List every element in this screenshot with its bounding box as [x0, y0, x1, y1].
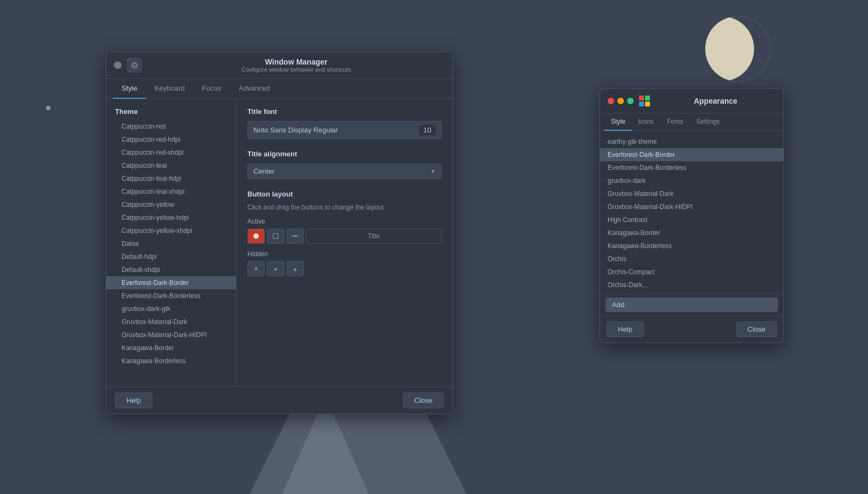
- appearance-icon-area: [638, 94, 651, 107]
- theme-item-gruvbox-material-dark[interactable]: Gruvbox-Material-Dark: [106, 315, 236, 328]
- wm-titlebar: ⚙ Window Manager Configure window behavi…: [106, 52, 452, 79]
- appearance-footer: Help Close: [600, 315, 783, 343]
- hidden-btn-3[interactable]: ▲: [286, 261, 304, 276]
- theme-item-catppuccin-red-xhdpi[interactable]: Catppuccin-red-xhdpi: [106, 146, 236, 159]
- title-font-label: Title font: [247, 107, 442, 116]
- wm-icon-area: ⚙: [127, 58, 142, 73]
- appearance-theme-list: earthy-gtk-theme Everforest-Dark-Border …: [600, 131, 783, 294]
- wm-dialog: ⚙ Window Manager Configure window behavi…: [106, 52, 453, 414]
- appearance-close-button[interactable]: Close: [736, 321, 777, 337]
- color-blue: [639, 102, 644, 106]
- close-icon: [253, 233, 259, 239]
- theme-item-everforest-dark-borderless[interactable]: Everforest-Dark-Borderless: [106, 289, 236, 302]
- tl-minimize-btn[interactable]: [617, 98, 624, 104]
- traffic-lights: [608, 98, 634, 104]
- active-minimize-button[interactable]: [286, 229, 304, 244]
- button-layout-section: Button layout Click and drag the buttons…: [247, 190, 442, 276]
- circle-icon: ●: [274, 266, 277, 272]
- minimize-icon: [292, 236, 298, 237]
- button-layout-desc: Click and drag the buttons to change the…: [247, 204, 442, 211]
- tab-style[interactable]: Style: [113, 79, 146, 99]
- title-label: Title: [368, 232, 380, 240]
- app-tab-fonts[interactable]: Fonts: [660, 113, 690, 131]
- theme-item-gruvbox-dark-gtk[interactable]: gruvbox-dark-gtk: [106, 302, 236, 315]
- color-yellow: [645, 102, 650, 106]
- theme-item-catppuccin-red-hdpi[interactable]: Catppuccin-red-hdpi: [106, 133, 236, 146]
- theme-panel-title: Theme: [106, 105, 236, 120]
- color-green: [645, 96, 650, 100]
- tab-advanced[interactable]: Advanced: [230, 79, 279, 99]
- active-maximize-button[interactable]: [267, 229, 284, 244]
- app-theme-everforest-border[interactable]: Everforest-Dark-Border: [600, 148, 783, 161]
- button-layout-label: Button layout: [247, 190, 442, 198]
- arrow-up-icon: ▲: [292, 266, 298, 272]
- wm-footer: Help Close: [106, 387, 452, 414]
- appearance-dialog: Appearance Style Icons Fonts Settings ea…: [599, 88, 784, 343]
- wm-help-button[interactable]: Help: [115, 392, 152, 408]
- wm-tabs: Style Keyboard Focus Advanced: [106, 79, 452, 99]
- theme-item-default-hdpi[interactable]: Default-hdpi: [106, 250, 236, 263]
- theme-item-catppuccin-teal[interactable]: Catppuccin-teal: [106, 159, 236, 172]
- tab-focus[interactable]: Focus: [194, 79, 230, 99]
- font-name: Noto Sans Display Regular: [253, 126, 419, 134]
- active-label: Active: [247, 218, 442, 225]
- app-tab-settings[interactable]: Settings: [690, 113, 726, 131]
- theme-item-catppuccin-red[interactable]: Catppuccin-red: [106, 120, 236, 133]
- theme-item-catppuccin-teal-hdpi[interactable]: Catppuccin-teal-hdpi: [106, 172, 236, 185]
- appearance-help-button[interactable]: Help: [607, 321, 644, 337]
- app-tab-icons[interactable]: Icons: [632, 113, 661, 131]
- theme-item-catppuccin-teal-xhdpi[interactable]: Catppuccin-teal-xhdpi: [106, 185, 236, 198]
- alignment-dropdown[interactable]: Center ▼: [247, 163, 442, 179]
- add-button[interactable]: Add: [605, 297, 778, 312]
- title-area: Title: [306, 229, 442, 244]
- app-theme-gruvbox-material-dark-hidpi[interactable]: Gruvbox-Material-Dark-HIDPI: [600, 200, 783, 213]
- theme-item-catppuccin-yellow-xhdpi[interactable]: Catppuccin-yellow-xhdpi: [106, 224, 236, 237]
- theme-item-everforest-dark-border[interactable]: Everforest-Dark-Border: [106, 276, 236, 289]
- title-font-section: Title font Noto Sans Display Regular 10: [247, 107, 442, 139]
- tl-maximize-btn[interactable]: [627, 98, 634, 104]
- active-button-row: Title: [247, 229, 442, 244]
- bullet-decoration: [46, 106, 50, 110]
- title-alignment-section: Title alignment Center ▼: [247, 150, 442, 179]
- appearance-title: Appearance: [655, 97, 776, 105]
- theme-item-gruvbox-material-dark-hidpi[interactable]: Gruvbox-Material-Dark-HIDPI: [106, 328, 236, 341]
- hidden-btn-2[interactable]: ●: [267, 261, 284, 276]
- theme-item-catppuccin-yellow[interactable]: Catppuccin-yellow: [106, 198, 236, 211]
- active-close-button[interactable]: [247, 229, 265, 244]
- arrow-down-icon: ▼: [253, 266, 259, 272]
- app-theme-orchis[interactable]: Orchis: [600, 252, 783, 265]
- theme-panel: Theme Catppuccin-red Catppuccin-red-hdpi…: [106, 99, 237, 387]
- chevron-down-icon: ▼: [430, 168, 436, 174]
- theme-item-default-xhdpi[interactable]: Default-xhdpi: [106, 263, 236, 276]
- wm-close-btn[interactable]: [114, 61, 122, 69]
- hidden-label: Hidden: [247, 250, 442, 258]
- wm-icon: ⚙: [131, 60, 138, 71]
- app-theme-earthy[interactable]: earthy-gtk-theme: [600, 135, 783, 148]
- wm-subtitle: Configure window behavior and shortcuts: [148, 66, 445, 73]
- tab-keyboard[interactable]: Keyboard: [146, 79, 194, 99]
- app-theme-everforest-borderless[interactable]: Everforest-Dark-Borderless: [600, 161, 783, 174]
- app-theme-high-contrast[interactable]: High Contrast: [600, 213, 783, 226]
- app-theme-orchis-compact[interactable]: Orchis-Compact: [600, 265, 783, 278]
- theme-item-kanagawa-borderless[interactable]: Kanagawa-Borderless: [106, 354, 236, 368]
- font-size: 10: [419, 125, 436, 135]
- app-theme-gruvbox-dark[interactable]: gruvbox-dark: [600, 174, 783, 187]
- wm-close-button[interactable]: Close: [403, 392, 444, 408]
- app-theme-kanagawa-border[interactable]: Kanagawa-Border: [600, 226, 783, 239]
- wm-title-block: Window Manager Configure window behavior…: [148, 58, 445, 73]
- app-theme-orchis-dark[interactable]: Orchis-Dark...: [600, 278, 783, 292]
- appearance-icon: [639, 96, 650, 106]
- theme-item-daloa[interactable]: Daloa: [106, 237, 236, 250]
- theme-item-catppuccin-yellow-hdpi[interactable]: Catppuccin-yellow-hdpi: [106, 211, 236, 224]
- app-theme-gruvbox-material-dark[interactable]: Gruvbox-Material-Dark: [600, 187, 783, 200]
- app-tab-style[interactable]: Style: [604, 113, 632, 131]
- wm-right-panel: Title font Noto Sans Display Regular 10 …: [237, 99, 452, 387]
- hidden-btn-1[interactable]: ▼: [247, 261, 265, 276]
- app-theme-kanagawa-borderless[interactable]: Kanagawa-Borderless: [600, 239, 783, 252]
- theme-item-kanagawa-border[interactable]: Kanagawa-Border: [106, 341, 236, 354]
- alignment-value: Center: [253, 167, 275, 175]
- tl-close-btn[interactable]: [608, 98, 614, 104]
- moon-decoration: [705, 16, 770, 81]
- font-row[interactable]: Noto Sans Display Regular 10: [247, 121, 442, 139]
- add-area: Add: [600, 294, 783, 315]
